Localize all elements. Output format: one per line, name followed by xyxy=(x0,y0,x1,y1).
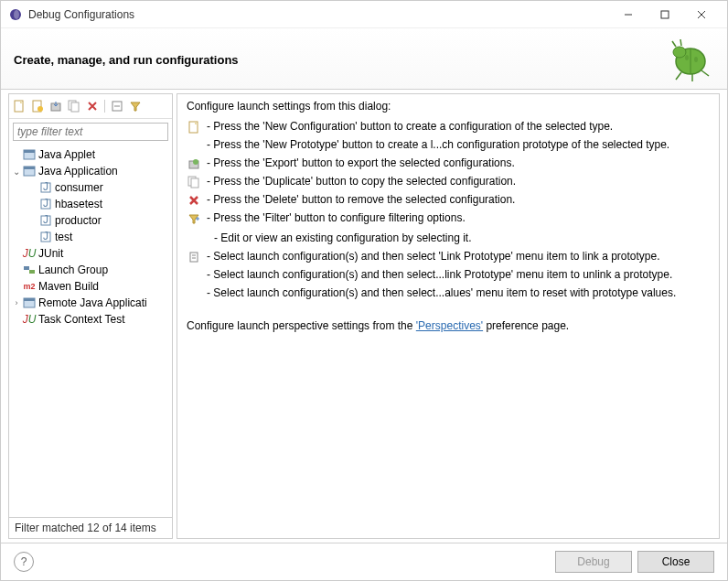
instr-dup: - Press the 'Duplicate' button to copy t… xyxy=(187,175,710,189)
instr-proto: - Press the 'New Prototype' button to cr… xyxy=(187,138,710,153)
toolbar xyxy=(9,94,172,119)
java-class-icon: J xyxy=(38,230,53,244)
tree-item-task-context[interactable]: JUTask Context Test xyxy=(9,311,172,328)
instr-text: - Select launch configuration(s) and the… xyxy=(207,286,710,299)
svg-rect-37 xyxy=(29,270,35,274)
tree-item-hbasetest[interactable]: Jhbasetest xyxy=(9,196,172,212)
maven-icon: m2 xyxy=(22,279,37,294)
tree-label: Task Context Test xyxy=(38,313,125,326)
instr-text: - Press the 'Delete' button to remove th… xyxy=(207,193,710,206)
tree-item-java-applet[interactable]: Java Applet xyxy=(9,146,172,163)
tree-item-test[interactable]: Jtest xyxy=(9,229,172,245)
tree-label: test xyxy=(55,231,72,243)
svg-point-8 xyxy=(673,47,686,58)
instr-reset: - Select launch configuration(s) and the… xyxy=(187,286,710,301)
instr-text: - Press the 'Duplicate' button to copy t… xyxy=(207,175,710,188)
tree-label: Launch Group xyxy=(38,264,108,276)
header-title: Create, manage, and run configurations xyxy=(14,53,239,67)
junit-icon: JU xyxy=(22,246,37,261)
instr-text: - Press the 'Filter' button to configure… xyxy=(207,211,710,224)
perspectives-link[interactable]: 'Perspectives' xyxy=(416,319,483,332)
tree-item-consumer[interactable]: Jconsumer xyxy=(9,179,172,196)
close-button[interactable]: Close xyxy=(637,551,714,573)
tree-item-launch-group[interactable]: Launch Group xyxy=(9,262,172,278)
remote-java-icon xyxy=(22,296,37,310)
toolbar-separator xyxy=(104,100,105,113)
eclipse-icon xyxy=(8,7,23,22)
filter-input[interactable] xyxy=(13,123,168,141)
instr-link: - Select launch configuration(s) and the… xyxy=(187,250,710,264)
duplicate-icon xyxy=(187,175,201,189)
config-tree: Java Applet ⌄Java Application Jconsumer … xyxy=(9,145,172,517)
tree-label: productor xyxy=(55,214,102,227)
svg-rect-21 xyxy=(71,102,79,112)
window-title: Debug Configurations xyxy=(28,8,134,21)
svg-rect-36 xyxy=(24,266,29,270)
svg-point-15 xyxy=(694,57,698,62)
duplicate-button[interactable] xyxy=(66,98,82,114)
svg-point-1 xyxy=(14,10,19,19)
new-prototype-button[interactable] xyxy=(29,98,46,114)
svg-point-42 xyxy=(193,159,198,165)
svg-rect-45 xyxy=(190,253,198,262)
instr-unlink: - Select launch configuration(s) and the… xyxy=(187,268,710,283)
svg-line-13 xyxy=(701,70,709,76)
tree-label: Remote Java Applicati xyxy=(38,296,147,309)
bottom-bar: ? Debug Close xyxy=(1,543,727,580)
intro-text: Configure launch settings from this dial… xyxy=(187,100,710,113)
svg-line-11 xyxy=(676,72,681,80)
tree-label: JUnit xyxy=(38,247,63,260)
java-app-icon xyxy=(22,164,37,178)
tree-label: Java Applet xyxy=(38,148,95,161)
instr-export: - Press the 'Export' button to export th… xyxy=(187,156,710,171)
delete-icon xyxy=(187,193,201,208)
expander-icon[interactable]: ⌄ xyxy=(11,167,22,177)
svg-rect-39 xyxy=(24,298,35,301)
new-config-button[interactable] xyxy=(11,98,27,114)
export-icon xyxy=(187,156,201,171)
close-window-button[interactable] xyxy=(683,2,720,27)
collapse-all-button[interactable] xyxy=(109,98,125,114)
instr-text: - Press the 'New Configuration' button t… xyxy=(207,120,710,133)
java-class-icon: J xyxy=(38,213,53,228)
tree-item-java-application[interactable]: ⌄Java Application xyxy=(9,163,172,179)
instr-del: - Press the 'Delete' button to remove th… xyxy=(187,193,710,208)
svg-text:J: J xyxy=(43,215,48,226)
instr-text: - Press the 'Export' button to export th… xyxy=(207,156,710,169)
export-button[interactable] xyxy=(48,98,64,114)
expander-icon[interactable]: › xyxy=(11,298,22,307)
svg-line-9 xyxy=(672,41,676,47)
svg-text:J: J xyxy=(43,182,48,193)
instr-edit: - Edit or view an existing configuration… xyxy=(187,231,710,244)
svg-point-18 xyxy=(37,106,43,112)
instr-text: - Press the 'New Prototype' button to cr… xyxy=(207,138,710,151)
tree-item-remote-java[interactable]: ›Remote Java Applicati xyxy=(9,295,172,311)
maximize-button[interactable] xyxy=(647,2,683,27)
debug-button: Debug xyxy=(555,551,632,573)
filter-status: Filter matched 12 of 14 items xyxy=(9,517,172,538)
svg-rect-27 xyxy=(24,167,35,169)
java-class-icon: J xyxy=(38,197,53,211)
svg-text:J: J xyxy=(43,199,48,210)
new-icon xyxy=(187,120,201,134)
link-icon xyxy=(187,250,201,264)
titlebar: Debug Configurations xyxy=(1,1,727,28)
instr-text: - Select launch configuration(s) and the… xyxy=(207,250,710,263)
right-pane: Configure launch settings from this dial… xyxy=(177,93,720,539)
content: Java Applet ⌄Java Application Jconsumer … xyxy=(1,90,727,539)
minimize-button[interactable] xyxy=(610,2,647,27)
help-button[interactable]: ? xyxy=(14,552,34,572)
delete-button[interactable] xyxy=(84,98,101,114)
tree-item-productor[interactable]: Jproductor xyxy=(9,212,172,229)
task-context-icon: JU xyxy=(22,312,37,327)
perspective-text: Configure launch perspective settings fr… xyxy=(187,319,710,332)
tree-item-junit[interactable]: JUJUnit xyxy=(9,245,172,262)
filter-button[interactable] xyxy=(127,98,144,114)
applet-icon xyxy=(22,147,37,162)
tree-label: consumer xyxy=(55,181,103,194)
launch-group-icon xyxy=(22,263,37,277)
tree-label: Maven Build xyxy=(38,280,99,293)
tree-item-maven[interactable]: m2Maven Build xyxy=(9,278,172,295)
tree-label: hbasetest xyxy=(55,198,102,210)
left-pane: Java Applet ⌄Java Application Jconsumer … xyxy=(8,93,173,539)
